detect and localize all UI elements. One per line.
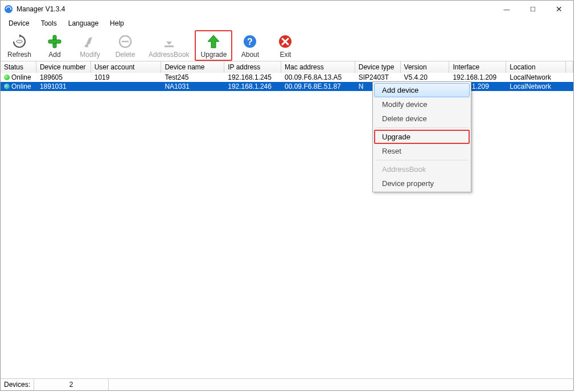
ctx-upgrade[interactable]: Upgrade [374,130,470,144]
close-button[interactable]: ✕ [546,1,572,18]
svg-point-3 [17,40,22,43]
separator [375,127,469,128]
status-label: Devices: [1,379,34,390]
ctx-reset[interactable]: Reset [374,144,470,158]
toolbar: Refresh Add Modify [1,29,573,61]
status-dot-icon [4,75,10,80]
table-row[interactable]: Online 189605 1019 Test245 192.168.1.245… [1,73,573,82]
cell-mac: 00.09.F6.8A.13.A5 [281,73,355,82]
status-bar: Devices: 2 [1,378,573,390]
ctx-addressbook[interactable]: AddressBook [374,162,470,176]
svg-rect-10 [165,46,174,47]
cell-ver: V5.4.20 [401,73,450,82]
cell-dtype: SIP2403T [355,73,401,82]
window-title: Manager V1.3.4 [17,5,494,13]
col-location[interactable]: Location [506,61,566,73]
cell-loc: LocalNetwork [506,73,566,82]
exit-button[interactable]: Exit [268,30,303,61]
app-icon [4,5,13,14]
col-device-type[interactable]: Device type [355,61,401,73]
maximize-button[interactable]: ☐ [520,1,546,18]
col-device-name[interactable]: Device name [161,61,224,73]
title-bar: Manager V1.3.4 — ☐ ✕ [1,1,573,18]
col-extra [566,61,573,73]
col-version[interactable]: Version [401,61,450,73]
menu-tools[interactable]: Tools [35,18,63,28]
ctx-modify-device[interactable]: Modify device [374,97,470,112]
plus-icon [47,34,63,49]
table-row[interactable]: Online 1891031 NA1031 192.168.1.246 00.0… [1,82,573,91]
svg-rect-5 [48,40,61,43]
refresh-button[interactable]: Refresh [2,30,37,61]
col-interface[interactable]: Interface [449,61,506,73]
svg-marker-11 [208,35,219,48]
col-user-account[interactable]: User account [91,61,162,73]
col-mac-address[interactable]: Mac address [281,61,355,73]
arrow-up-icon [206,34,221,49]
separator [375,160,469,160]
upgrade-button[interactable]: Upgrade [195,30,232,61]
cell-mac: 00.09.F6.8E.51.87 [281,82,355,91]
svg-rect-6 [85,45,88,47]
menu-bar: Device Tools Language Help [1,18,573,29]
add-button[interactable]: Add [37,30,72,61]
refresh-icon [11,34,27,49]
menu-device[interactable]: Device [3,18,35,28]
delete-button[interactable]: Delete [108,30,143,61]
grid-header: Status Device number User account Device… [1,61,573,73]
minimize-button[interactable]: — [494,1,520,18]
col-ip-address[interactable]: IP address [224,61,281,73]
cell-user: 1019 [91,73,162,82]
menu-help[interactable]: Help [104,18,130,28]
cell-devnum: 189605 [36,73,91,82]
error-icon [277,34,293,49]
menu-language[interactable]: Language [63,18,104,28]
about-button[interactable]: ? About [232,30,268,61]
brush-icon [82,34,98,49]
context-menu: Add device Modify device Delete device U… [372,81,471,192]
cell-status: Online [1,73,36,82]
device-grid: Status Device number User account Device… [1,61,573,378]
cell-ip: 192.168.1.246 [224,82,281,91]
col-status[interactable]: Status [1,61,36,73]
app-window: Manager V1.3.4 — ☐ ✕ Device Tools Langua… [0,0,574,391]
svg-point-1 [10,9,11,10]
cell-ip: 192.168.1.245 [224,73,281,82]
cell-loc: LocalNetwork [506,82,566,91]
cell-status: Online [1,82,36,91]
ctx-add-device[interactable]: Add device [374,83,470,97]
cell-user [91,82,162,91]
cell-devname: Test245 [161,73,224,82]
modify-button[interactable]: Modify [72,30,108,61]
help-icon: ? [242,34,258,49]
status-dot-icon [4,84,10,89]
download-icon [161,34,177,49]
device-count: 2 [34,379,109,390]
svg-text:?: ? [248,37,253,47]
ctx-delete-device[interactable]: Delete device [374,112,470,126]
addressbook-button[interactable]: AddressBook [143,30,195,61]
cell-devnum: 1891031 [36,82,91,91]
col-device-number[interactable]: Device number [36,61,91,73]
cell-iface: 192.168.1.209 [449,73,506,82]
forbid-icon [117,34,133,49]
svg-marker-9 [166,36,172,45]
ctx-device-property[interactable]: Device property [374,176,470,191]
svg-marker-2 [19,34,22,38]
cell-devname: NA1031 [161,82,224,91]
